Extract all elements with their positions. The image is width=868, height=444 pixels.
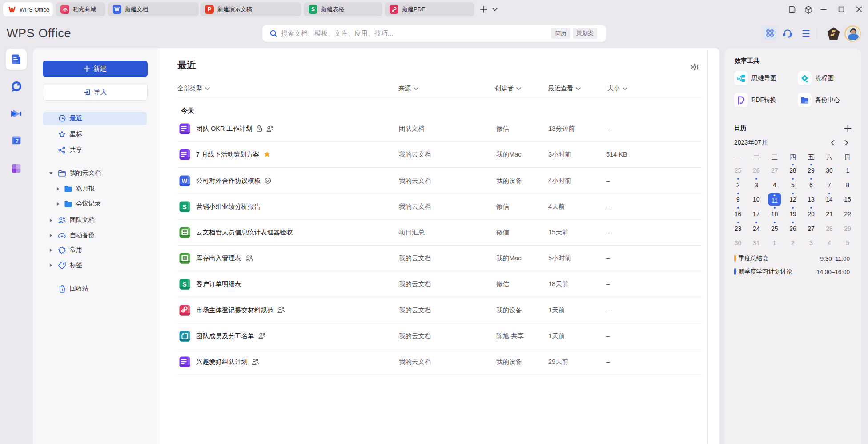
svg-text:7: 7 xyxy=(16,138,18,144)
svg-text:S: S xyxy=(182,203,186,210)
svg-text:W: W xyxy=(182,178,188,184)
svg-text:S: S xyxy=(182,281,186,288)
